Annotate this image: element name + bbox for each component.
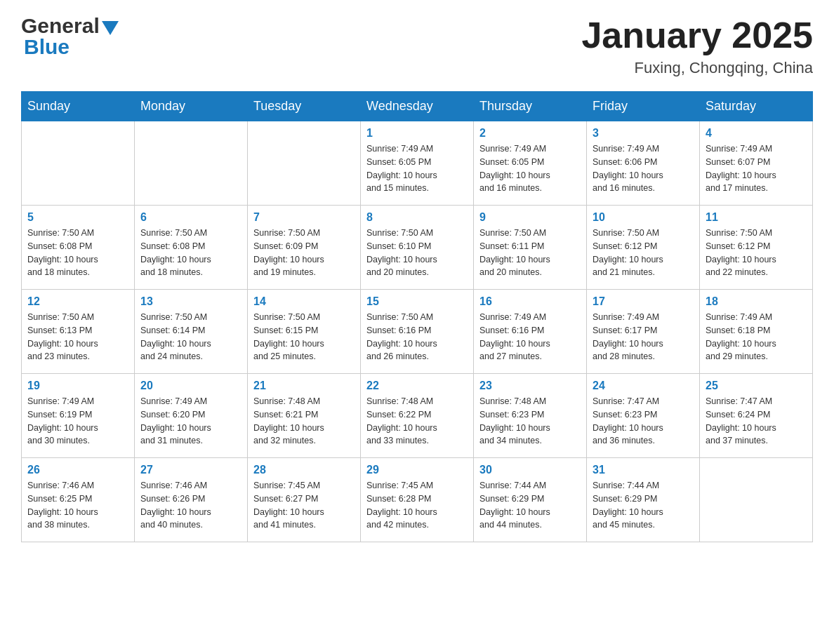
- calendar-cell-w2-d6: 10Sunrise: 7:50 AMSunset: 6:12 PMDayligh…: [587, 206, 700, 290]
- calendar-cell-w3-d6: 17Sunrise: 7:49 AMSunset: 6:17 PMDayligh…: [587, 290, 700, 374]
- calendar-cell-w4-d2: 20Sunrise: 7:49 AMSunset: 6:20 PMDayligh…: [135, 374, 248, 458]
- day-info: Sunrise: 7:50 AMSunset: 6:09 PMDaylight:…: [253, 227, 355, 279]
- header-saturday: Saturday: [700, 92, 813, 121]
- day-number: 3: [593, 127, 694, 140]
- day-number: 17: [593, 295, 694, 308]
- calendar-cell-w2-d7: 11Sunrise: 7:50 AMSunset: 6:12 PMDayligh…: [700, 206, 813, 290]
- day-info: Sunrise: 7:49 AMSunset: 6:18 PMDaylight:…: [706, 311, 807, 363]
- calendar-cell-w3-d4: 15Sunrise: 7:50 AMSunset: 6:16 PMDayligh…: [361, 290, 474, 374]
- day-info: Sunrise: 7:44 AMSunset: 6:29 PMDaylight:…: [479, 479, 581, 532]
- day-info: Sunrise: 7:44 AMSunset: 6:29 PMDaylight:…: [593, 479, 694, 532]
- page-header: General Blue January 2025 Fuxing, Chongq…: [21, 14, 813, 77]
- calendar-cell-w2-d2: 6Sunrise: 7:50 AMSunset: 6:08 PMDaylight…: [135, 206, 248, 290]
- day-number: 24: [593, 380, 694, 392]
- day-number: 5: [27, 211, 128, 224]
- calendar-cell-w1-d3: [248, 121, 361, 206]
- day-info: Sunrise: 7:48 AMSunset: 6:21 PMDaylight:…: [253, 395, 355, 448]
- day-number: 16: [479, 295, 581, 308]
- day-info: Sunrise: 7:50 AMSunset: 6:12 PMDaylight:…: [706, 227, 807, 279]
- day-number: 11: [706, 211, 807, 224]
- month-title: January 2025: [581, 14, 813, 56]
- calendar-cell-w2-d1: 5Sunrise: 7:50 AMSunset: 6:08 PMDaylight…: [22, 206, 135, 290]
- logo: General Blue: [21, 14, 119, 59]
- day-info: Sunrise: 7:47 AMSunset: 6:23 PMDaylight:…: [593, 395, 694, 448]
- day-info: Sunrise: 7:50 AMSunset: 6:12 PMDaylight:…: [593, 227, 694, 279]
- day-number: 20: [140, 380, 241, 392]
- title-section: January 2025 Fuxing, Chongqing, China: [581, 14, 813, 77]
- day-info: Sunrise: 7:49 AMSunset: 6:19 PMDaylight:…: [27, 395, 128, 448]
- day-number: 13: [140, 295, 241, 308]
- day-number: 22: [366, 380, 468, 392]
- calendar-cell-w1-d5: 2Sunrise: 7:49 AMSunset: 6:05 PMDaylight…: [474, 121, 587, 206]
- calendar-cell-w2-d4: 8Sunrise: 7:50 AMSunset: 6:10 PMDaylight…: [361, 206, 474, 290]
- calendar-cell-w2-d5: 9Sunrise: 7:50 AMSunset: 6:11 PMDaylight…: [474, 206, 587, 290]
- day-number: 1: [366, 127, 468, 140]
- header-thursday: Thursday: [474, 92, 587, 121]
- calendar-cell-w1-d1: [22, 121, 135, 206]
- day-info: Sunrise: 7:45 AMSunset: 6:28 PMDaylight:…: [366, 479, 468, 532]
- calendar-cell-w5-d2: 27Sunrise: 7:46 AMSunset: 6:26 PMDayligh…: [135, 458, 248, 542]
- day-info: Sunrise: 7:50 AMSunset: 6:13 PMDaylight:…: [27, 311, 128, 363]
- header-wednesday: Wednesday: [361, 92, 474, 121]
- calendar-cell-w4-d4: 22Sunrise: 7:48 AMSunset: 6:22 PMDayligh…: [361, 374, 474, 458]
- calendar-cell-w3-d3: 14Sunrise: 7:50 AMSunset: 6:15 PMDayligh…: [248, 290, 361, 374]
- day-number: 31: [593, 464, 694, 476]
- calendar-cell-w5-d1: 26Sunrise: 7:46 AMSunset: 6:25 PMDayligh…: [22, 458, 135, 542]
- calendar-week-4: 19Sunrise: 7:49 AMSunset: 6:19 PMDayligh…: [22, 374, 813, 458]
- calendar-cell-w5-d4: 29Sunrise: 7:45 AMSunset: 6:28 PMDayligh…: [361, 458, 474, 542]
- day-number: 8: [366, 211, 468, 224]
- header-monday: Monday: [135, 92, 248, 121]
- calendar-week-1: 1Sunrise: 7:49 AMSunset: 6:05 PMDaylight…: [22, 121, 813, 206]
- logo-blue-text: Blue: [24, 35, 70, 59]
- day-info: Sunrise: 7:49 AMSunset: 6:17 PMDaylight:…: [593, 311, 694, 363]
- day-info: Sunrise: 7:50 AMSunset: 6:08 PMDaylight:…: [27, 227, 128, 279]
- day-number: 9: [479, 211, 581, 224]
- location: Fuxing, Chongqing, China: [581, 59, 813, 77]
- header-sunday: Sunday: [22, 92, 135, 121]
- calendar-cell-w1-d7: 4Sunrise: 7:49 AMSunset: 6:07 PMDaylight…: [700, 121, 813, 206]
- day-number: 27: [140, 464, 241, 476]
- calendar-week-2: 5Sunrise: 7:50 AMSunset: 6:08 PMDaylight…: [22, 206, 813, 290]
- calendar-cell-w4-d1: 19Sunrise: 7:49 AMSunset: 6:19 PMDayligh…: [22, 374, 135, 458]
- day-number: 23: [479, 380, 581, 392]
- day-number: 6: [140, 211, 241, 224]
- calendar-cell-w3-d7: 18Sunrise: 7:49 AMSunset: 6:18 PMDayligh…: [700, 290, 813, 374]
- day-number: 10: [593, 211, 694, 224]
- calendar-cell-w1-d2: [135, 121, 248, 206]
- day-info: Sunrise: 7:50 AMSunset: 6:16 PMDaylight:…: [366, 311, 468, 363]
- logo-general-text: General: [21, 14, 100, 38]
- calendar-cell-w4-d5: 23Sunrise: 7:48 AMSunset: 6:23 PMDayligh…: [474, 374, 587, 458]
- day-info: Sunrise: 7:49 AMSunset: 6:06 PMDaylight:…: [593, 142, 694, 195]
- day-info: Sunrise: 7:50 AMSunset: 6:08 PMDaylight:…: [140, 227, 241, 279]
- calendar-cell-w3-d1: 12Sunrise: 7:50 AMSunset: 6:13 PMDayligh…: [22, 290, 135, 374]
- day-number: 2: [479, 127, 581, 140]
- calendar-cell-w2-d3: 7Sunrise: 7:50 AMSunset: 6:09 PMDaylight…: [248, 206, 361, 290]
- day-info: Sunrise: 7:46 AMSunset: 6:26 PMDaylight:…: [140, 479, 241, 532]
- calendar-header-row: SundayMondayTuesdayWednesdayThursdayFrid…: [22, 92, 813, 121]
- calendar-cell-w3-d2: 13Sunrise: 7:50 AMSunset: 6:14 PMDayligh…: [135, 290, 248, 374]
- day-info: Sunrise: 7:49 AMSunset: 6:16 PMDaylight:…: [479, 311, 581, 363]
- calendar-week-5: 26Sunrise: 7:46 AMSunset: 6:25 PMDayligh…: [22, 458, 813, 542]
- day-number: 30: [479, 464, 581, 476]
- calendar-cell-w1-d6: 3Sunrise: 7:49 AMSunset: 6:06 PMDaylight…: [587, 121, 700, 206]
- calendar-cell-w4-d7: 25Sunrise: 7:47 AMSunset: 6:24 PMDayligh…: [700, 374, 813, 458]
- calendar-cell-w4-d6: 24Sunrise: 7:47 AMSunset: 6:23 PMDayligh…: [587, 374, 700, 458]
- day-number: 28: [253, 464, 355, 476]
- day-number: 7: [253, 211, 355, 224]
- day-info: Sunrise: 7:50 AMSunset: 6:15 PMDaylight:…: [253, 311, 355, 363]
- day-info: Sunrise: 7:45 AMSunset: 6:27 PMDaylight:…: [253, 479, 355, 532]
- day-number: 12: [27, 295, 128, 308]
- day-info: Sunrise: 7:50 AMSunset: 6:11 PMDaylight:…: [479, 227, 581, 279]
- day-number: 29: [366, 464, 468, 476]
- day-number: 15: [366, 295, 468, 308]
- day-number: 14: [253, 295, 355, 308]
- day-info: Sunrise: 7:50 AMSunset: 6:14 PMDaylight:…: [140, 311, 241, 363]
- calendar-cell-w1-d4: 1Sunrise: 7:49 AMSunset: 6:05 PMDaylight…: [361, 121, 474, 206]
- day-info: Sunrise: 7:47 AMSunset: 6:24 PMDaylight:…: [706, 395, 807, 448]
- calendar-cell-w5-d3: 28Sunrise: 7:45 AMSunset: 6:27 PMDayligh…: [248, 458, 361, 542]
- day-info: Sunrise: 7:49 AMSunset: 6:07 PMDaylight:…: [706, 142, 807, 195]
- day-info: Sunrise: 7:49 AMSunset: 6:05 PMDaylight:…: [366, 142, 468, 195]
- day-info: Sunrise: 7:49 AMSunset: 6:05 PMDaylight:…: [479, 142, 581, 195]
- calendar-cell-w4-d3: 21Sunrise: 7:48 AMSunset: 6:21 PMDayligh…: [248, 374, 361, 458]
- day-info: Sunrise: 7:49 AMSunset: 6:20 PMDaylight:…: [140, 395, 241, 448]
